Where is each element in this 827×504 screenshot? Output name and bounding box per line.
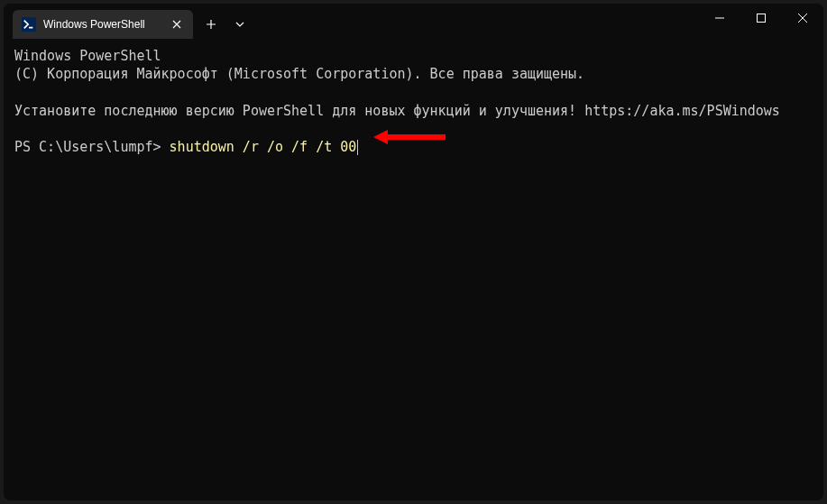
prompt-line: PS C:\Users\lumpf> shutdown /r /o /f /t … bbox=[14, 138, 813, 156]
blank-line bbox=[14, 120, 813, 138]
tab-dropdown-button[interactable] bbox=[225, 10, 254, 39]
cursor bbox=[357, 140, 358, 155]
terminal-content[interactable]: Windows PowerShell (C) Корпорация Майкро… bbox=[4, 40, 823, 500]
titlebar: Windows PowerShell bbox=[4, 4, 823, 40]
tab-close-button[interactable] bbox=[170, 17, 184, 32]
maximize-button[interactable] bbox=[740, 4, 782, 32]
blank-line bbox=[14, 84, 813, 102]
command-text: shutdown /r /o /f /t 00 bbox=[170, 139, 357, 155]
tab-powershell[interactable]: Windows PowerShell bbox=[13, 10, 193, 39]
minimize-button[interactable] bbox=[699, 4, 740, 32]
output-line: Установите последнюю версию PowerShell д… bbox=[14, 102, 813, 120]
prompt-text: PS C:\Users\lumpf> bbox=[14, 139, 170, 155]
svg-rect-0 bbox=[758, 14, 766, 23]
terminal-window: Windows PowerShell Windows PowerShell (C… bbox=[4, 4, 823, 500]
new-tab-button[interactable] bbox=[197, 10, 225, 39]
output-line: (C) Корпорация Майкрософт (Microsoft Cor… bbox=[14, 65, 813, 83]
tab-title: Windows PowerShell bbox=[43, 18, 162, 31]
close-button[interactable] bbox=[782, 4, 823, 32]
output-line: Windows PowerShell bbox=[14, 47, 813, 65]
window-controls bbox=[699, 4, 823, 32]
powershell-icon bbox=[22, 17, 36, 32]
